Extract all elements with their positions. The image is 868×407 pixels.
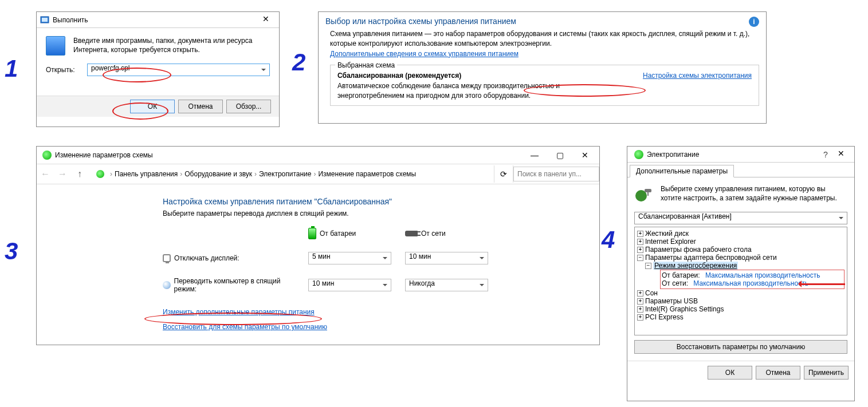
expand-icon[interactable]: + — [637, 314, 643, 321]
expand-icon[interactable]: + — [637, 298, 643, 305]
display-ac-select[interactable]: 10 мин — [405, 252, 488, 264]
plan-select[interactable]: Сбалансированная [Активен] — [634, 212, 847, 224]
breadcrumb-item-3[interactable]: Электропитание — [259, 170, 311, 178]
restore-defaults-button[interactable]: Восстановить параметры по умолчанию — [634, 340, 847, 354]
expand-icon[interactable]: + — [637, 306, 643, 313]
tree-gfx[interactable]: Intel(R) Graphics Settings — [645, 305, 724, 313]
run-hint-text: Введите имя программы, папки, документа … — [73, 36, 270, 56]
svg-rect-3 — [645, 189, 651, 192]
collapse-icon[interactable]: − — [637, 255, 643, 261]
run-titlebar: Выполнить ✕ — [37, 12, 279, 28]
breadcrumb-item-2[interactable]: Оборудование и звук — [184, 170, 252, 178]
tree-sleep[interactable]: Сон — [645, 289, 658, 297]
minimize-button[interactable]: — — [523, 148, 547, 162]
sleep-ac-select[interactable]: Никогда — [405, 279, 488, 291]
nav-forward-button[interactable]: → — [54, 165, 71, 183]
configure-plan-link[interactable]: Настройка схемы электропитания — [643, 71, 752, 81]
selected-plan-name: Сбалансированная (рекомендуется) — [337, 71, 626, 81]
step-number-3: 3 — [5, 238, 18, 265]
advanced-settings-link[interactable]: Изменить дополнительные параметры питани… — [163, 308, 594, 316]
tree-ie[interactable]: Internet Explorer — [645, 238, 696, 246]
power-icon — [634, 150, 643, 159]
sleep-battery-select[interactable]: 10 мин — [308, 279, 391, 291]
display-battery-select[interactable]: 5 мин — [308, 252, 391, 264]
search-input[interactable] — [513, 167, 599, 181]
tree-pci[interactable]: PCI Express — [645, 313, 684, 321]
battery-icon — [308, 228, 316, 239]
display-icon — [163, 254, 171, 262]
row-sleep-label: Переводить компьютер в спящий режим: — [163, 277, 300, 293]
page-subtitle: Выберите параметры перевода дисплея в сп… — [163, 210, 594, 218]
expand-icon[interactable]: + — [637, 231, 643, 237]
collapse-icon[interactable]: − — [645, 263, 651, 269]
power-options-title: Выбор или настройка схемы управления пит… — [325, 17, 516, 26]
open-label: Открыть: — [46, 66, 80, 74]
expand-icon[interactable]: + — [637, 247, 643, 253]
breadcrumb: › Панель управления › Оборудование и зву… — [88, 170, 494, 178]
more-info-link[interactable]: Дополнительные сведения о схемах управле… — [330, 50, 519, 58]
tree-usb[interactable]: Параметры USB — [645, 297, 698, 305]
tab-advanced[interactable]: Дополнительные параметры — [630, 165, 734, 177]
maximize-button[interactable]: ▢ — [548, 148, 572, 162]
breadcrumb-item-4[interactable]: Изменение параметров схемы — [318, 170, 416, 178]
tree-battery-label: От батареи: — [662, 271, 700, 279]
apply-button[interactable]: Применить — [804, 366, 849, 380]
refresh-button[interactable]: ⟳ — [494, 165, 513, 183]
run-big-icon — [46, 36, 65, 56]
close-icon[interactable]: ✕ — [831, 149, 851, 160]
help-button[interactable]: ? — [820, 150, 831, 159]
power-plan-big-icon — [634, 184, 655, 205]
breadcrumb-item-1[interactable]: Панель управления — [115, 170, 178, 178]
edit-plan-window: Изменение параметров схемы — ▢ ✕ ← → ↑ ›… — [36, 146, 600, 345]
run-dialog: Выполнить ✕ Введите имя программы, папки… — [36, 11, 280, 127]
selected-plan-legend: Выбранная схема — [335, 61, 397, 70]
step-number-4: 4 — [602, 226, 615, 254]
tree-wifi[interactable]: Параметры адаптера беспроводной сети — [645, 254, 777, 262]
tree-ac-label: От сети: — [662, 279, 688, 287]
breadcrumb-icon — [96, 170, 104, 178]
step-number-2: 2 — [292, 49, 305, 76]
sleep-icon — [163, 281, 171, 289]
run-dialog-icon — [40, 15, 49, 25]
nav-up-button[interactable]: ↑ — [71, 165, 88, 183]
advanced-power-dialog: Электропитание ? ✕ Дополнительные параме… — [627, 146, 855, 401]
tree-ac-value[interactable]: Максимальная производительность — [693, 279, 808, 287]
cancel-button[interactable]: Отмена — [178, 100, 223, 113]
col-ac-header: От сети — [405, 230, 494, 238]
plug-icon — [405, 231, 418, 236]
edit-plan-title: Изменение параметров схемы — [55, 151, 523, 159]
close-icon[interactable]: ✕ — [256, 14, 276, 26]
run-dialog-title: Выполнить — [53, 16, 256, 24]
page-title: Настройка схемы управления питанием "Сба… — [163, 197, 594, 206]
browse-button[interactable]: Обзор... — [226, 100, 271, 113]
run-command-input[interactable]: powercfg.cpl — [87, 64, 270, 76]
col-battery-header: От батареи — [308, 228, 397, 239]
selected-plan-desc: Автоматическое соблюдение баланса между … — [337, 81, 626, 101]
advanced-title: Электропитание — [647, 151, 820, 159]
expand-icon[interactable]: + — [637, 290, 643, 297]
tree-hdd[interactable]: Жесткий диск — [645, 230, 689, 238]
cancel-button[interactable]: Отмена — [756, 366, 800, 380]
info-icon[interactable]: i — [749, 17, 759, 27]
settings-tree[interactable]: +Жесткий диск +Internet Explorer +Параме… — [634, 227, 847, 335]
close-button[interactable]: ✕ — [573, 148, 597, 162]
expand-icon[interactable]: + — [637, 239, 643, 245]
step-number-1: 1 — [5, 55, 18, 82]
restore-defaults-link[interactable]: Восстановить для схемы параметры по умол… — [163, 323, 594, 331]
tree-wallpaper[interactable]: Параметры фона рабочего стола — [645, 246, 752, 254]
ok-button[interactable]: ОК — [130, 100, 175, 113]
advanced-intro: Выберите схему управления питанием, кото… — [661, 184, 847, 205]
row-display-label: Отключать дисплей: — [163, 254, 300, 262]
power-plan-icon — [42, 151, 52, 160]
ok-button[interactable]: ОК — [708, 366, 752, 380]
nav-back-button[interactable]: ← — [37, 165, 54, 183]
tree-battery-value[interactable]: Максимальная производительность — [705, 271, 820, 279]
tree-powersave-mode[interactable]: Режим энергосбережения — [653, 262, 738, 270]
power-options-desc: Схема управления питанием — это набор па… — [330, 29, 759, 49]
power-options-panel: Выбор или настройка схемы управления пит… — [318, 11, 767, 124]
svg-rect-1 — [42, 18, 48, 22]
